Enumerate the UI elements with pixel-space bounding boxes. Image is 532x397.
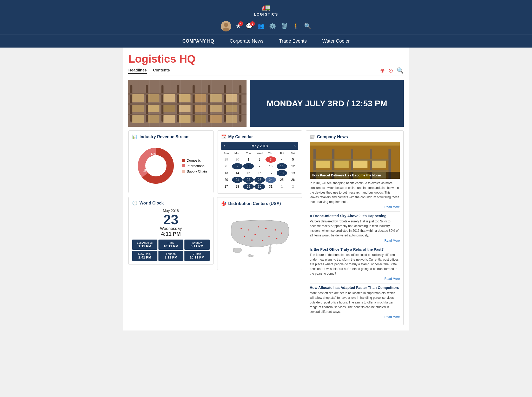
svg-rect-16 (148, 94, 159, 102)
cal-header-sun: Sun (221, 151, 232, 156)
trash-button[interactable]: 🗑️ (281, 23, 288, 30)
person-button[interactable]: 🚶 (292, 23, 300, 30)
svg-rect-10 (224, 85, 226, 122)
nav-water-cooler[interactable]: Water Cooler (322, 38, 350, 44)
cal-day[interactable]: 16 (254, 170, 265, 176)
cal-day[interactable]: 6 (221, 163, 232, 169)
cal-day[interactable]: 9 (254, 163, 265, 169)
clock-paris: Paris 10:11 PM (158, 240, 184, 250)
svg-rect-9 (208, 85, 210, 122)
donut-chart: 61% 22% 17% (135, 145, 177, 187)
left-column: 📊 Industry Revenue Stream (128, 130, 214, 325)
users-button[interactable]: 👥 (257, 23, 264, 30)
cal-header-fri: Fri (277, 151, 287, 156)
svg-point-1 (224, 23, 228, 27)
svg-rect-35 (226, 115, 237, 123)
article-1-body: Parcels delivered by robots – surely tha… (310, 219, 400, 238)
cal-day[interactable]: 23 (254, 177, 265, 183)
cal-day[interactable]: 2 (288, 183, 298, 190)
hero-warehouse-image (128, 80, 247, 127)
svg-rect-26 (195, 105, 206, 112)
cal-day[interactable]: 8 (243, 163, 254, 169)
nav-trade-events[interactable]: Trade Events (279, 38, 307, 44)
nav-company-hq[interactable]: COMPANY HQ (182, 38, 214, 44)
legend-domestic: Domestic (182, 158, 207, 162)
usa-map-area (221, 209, 298, 266)
favorites-button[interactable]: ★ 4 (236, 23, 241, 30)
supply-chain-color (182, 170, 185, 173)
tab-contents[interactable]: Contents (153, 68, 170, 74)
cal-day[interactable]: 22 (243, 177, 254, 183)
clock-main-display: May 2018 23 Wednesday 4:11 PM (132, 209, 210, 237)
cal-header-thu: Thu (265, 151, 276, 156)
users-icon: 👥 (257, 23, 264, 29)
messages-button[interactable]: 💬 2 (246, 23, 253, 30)
search-button[interactable]: 🔍 (304, 23, 311, 30)
article-2-read-more[interactable]: Read More (310, 277, 400, 281)
cal-day[interactable]: 10 (265, 163, 276, 169)
article-1-read-more[interactable]: Read More (310, 239, 400, 242)
news-divider-1 (310, 211, 400, 212)
cal-day[interactable]: 21 (232, 177, 243, 183)
nav-corporate-news[interactable]: Corporate News (230, 38, 263, 44)
clock-time: 4:11 PM (132, 231, 210, 237)
cal-day[interactable]: 7 (232, 163, 243, 169)
cal-day[interactable]: 31 (265, 183, 276, 190)
cal-day-today[interactable]: 3 (265, 156, 276, 163)
search-btn[interactable]: 🔍 (397, 67, 404, 74)
featured-news-body: In 2018, we see shopping habits continue… (310, 181, 400, 204)
svg-rect-32 (179, 115, 190, 123)
cal-day[interactable]: 11 (277, 163, 287, 169)
cal-day[interactable]: 28 (232, 183, 243, 190)
cal-day[interactable]: 30 (232, 156, 243, 163)
cal-header-tue: Tue (243, 151, 254, 156)
article-3-read-more[interactable]: Read More (310, 315, 400, 319)
cal-day[interactable]: 2 (254, 156, 265, 163)
settings-btn[interactable]: ⊙ (388, 67, 393, 74)
tab-headlines[interactable]: Headlines (128, 68, 147, 74)
cal-day[interactable]: 1 (277, 183, 287, 190)
cal-day[interactable]: 29 (243, 183, 254, 190)
cal-day[interactable]: 5 (288, 156, 298, 163)
cal-day[interactable]: 15 (243, 170, 254, 176)
cal-day[interactable]: 17 (265, 170, 276, 176)
avatar-button[interactable] (221, 21, 231, 31)
distribution-card-title: 🎯 Distribution Centers (USA) (221, 201, 298, 206)
cal-day[interactable]: 13 (221, 170, 232, 176)
featured-read-more[interactable]: Read More (310, 205, 400, 209)
clock-new-delhi: New Delhi 1:41 PM (132, 251, 157, 261)
article-2-title[interactable]: Is the Post Office Truly a Relic of the … (310, 247, 400, 252)
usa-map-svg (221, 209, 298, 266)
datetime-display: MONDAY JULY 3RD / 12:53 PM (250, 80, 404, 127)
cal-day[interactable]: 4 (277, 156, 287, 163)
calendar-icon: 📅 (221, 134, 226, 139)
cal-day[interactable]: 24 (265, 177, 276, 183)
cal-day[interactable]: 19 (288, 170, 298, 176)
icon-bar: ★ 4 💬 2 👥 ⚙️ 🗑️ 🚶 🔍 (0, 19, 532, 35)
gear-icon: ⚙️ (269, 23, 276, 29)
cal-day[interactable]: 14 (232, 170, 243, 176)
cal-day[interactable]: 1 (243, 156, 254, 163)
cal-day[interactable]: 26 (288, 177, 298, 183)
cal-day[interactable]: 18 (277, 170, 287, 176)
article-3-title[interactable]: How Allocate has Adapted Faster Than Com… (310, 286, 400, 290)
cal-day[interactable]: 25 (277, 177, 287, 183)
company-news-title: 📰 Company News (310, 134, 400, 139)
article-1-title[interactable]: A Drone-Infested Sky Above? It's Happeni… (310, 214, 400, 218)
svg-point-48 (265, 228, 267, 229)
svg-rect-25 (179, 105, 190, 112)
cal-day[interactable]: 27 (221, 183, 232, 190)
cal-day[interactable]: 20 (221, 177, 232, 183)
settings-button[interactable]: ⚙️ (269, 23, 276, 30)
svg-rect-33 (195, 115, 206, 123)
cal-day[interactable]: 12 (288, 163, 298, 169)
calendar-prev[interactable]: ‹ (224, 144, 225, 148)
calendar-next[interactable]: › (294, 144, 296, 148)
messages-badge: 2 (250, 21, 255, 26)
cal-day[interactable]: 30 (254, 183, 265, 190)
cal-day[interactable]: 29 (221, 156, 232, 163)
world-clock-card: 🕐 World Clock May 2018 23 Wednesday 4:11… (128, 197, 214, 265)
add-button[interactable]: ⊕ (380, 67, 385, 74)
avatar (221, 21, 231, 31)
main-content: Logistics HQ Headlines Contents ⊕ ⊙ 🔍 (123, 48, 409, 330)
